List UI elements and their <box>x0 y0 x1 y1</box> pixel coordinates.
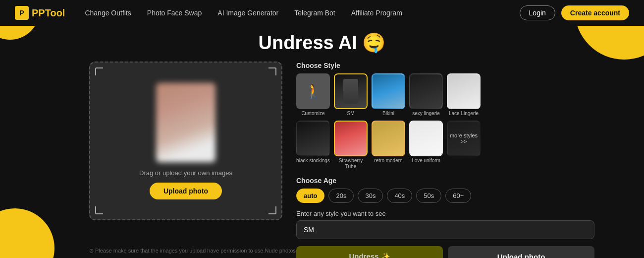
style-item-retro-modern[interactable]: retro modern <box>372 121 405 170</box>
style-strawberry-tube-label: Strawberry Tube <box>334 158 368 170</box>
age-section-label: Choose Age <box>296 177 594 185</box>
undress-button[interactable]: Undress ✨ <box>296 246 443 258</box>
nav-change-outfits[interactable]: Change Outfits <box>85 9 131 17</box>
nav-ai-image-generator[interactable]: AI Image Generator <box>217 9 278 17</box>
age-btn-20s[interactable]: 20s <box>328 189 354 203</box>
style-section-label: Choose Style <box>296 62 594 69</box>
style-customize-label: Customize <box>301 111 324 117</box>
style-lace-lingerie-label: Lace Lingerie <box>449 111 479 117</box>
style-love-uniform-label: Love uniform <box>412 158 440 164</box>
style-grid-row2: black stockings Strawberry Tube retro mo… <box>296 121 594 170</box>
logo-text: PPTool <box>32 7 65 19</box>
style-input-section: Enter any style you want to see <box>296 210 594 239</box>
style-item-sm[interactable]: SM <box>334 73 368 117</box>
corner-top-left <box>95 67 103 75</box>
nav-links: Change Outfits Photo Face Swap AI Image … <box>85 9 519 17</box>
style-item-customize[interactable]: 🚶 Customize <box>296 73 330 117</box>
age-btn-30s[interactable]: 30s <box>358 189 383 203</box>
age-btn-auto[interactable]: auto <box>296 189 324 203</box>
style-sm-label: SM <box>347 111 355 117</box>
nav-affiliate-program[interactable]: Affiliate Program <box>351 9 402 17</box>
create-account-button[interactable]: Create account <box>561 5 629 20</box>
logo[interactable]: P PPTool <box>15 6 65 20</box>
login-button[interactable]: Login <box>520 5 555 20</box>
style-item-more-styles[interactable]: more styles >> <box>447 121 481 170</box>
logo-icon: P <box>15 6 29 20</box>
nav-photo-face-swap[interactable]: Photo Face Swap <box>147 9 202 17</box>
corner-bottom-right <box>268 206 276 214</box>
main-content: Undress AI 🤤 Drag or upload your own ima… <box>0 26 644 258</box>
style-text-input[interactable] <box>296 220 594 239</box>
navbar: P PPTool Change Outfits Photo Face Swap … <box>0 0 644 26</box>
style-sexy-lingerie-label: sexy lingerie <box>412 111 440 117</box>
style-black-stockings-label: black stockings <box>296 158 330 164</box>
age-btn-40s[interactable]: 40s <box>387 189 412 203</box>
age-section: Choose Age auto 20s 30s 40s 50s 60+ <box>296 177 594 203</box>
corner-top-right <box>268 67 276 75</box>
age-btn-50s[interactable]: 50s <box>416 189 441 203</box>
style-input-label: Enter any style you want to see <box>296 210 594 217</box>
age-btn-60plus[interactable]: 60+ <box>445 189 471 203</box>
age-buttons: auto 20s 30s 40s 50s 60+ <box>296 189 594 203</box>
style-item-bikini[interactable]: Bikini <box>372 73 405 117</box>
corner-bottom-left <box>95 206 103 214</box>
style-retro-modern-label: retro modern <box>374 158 402 164</box>
style-section: Choose Style 🚶 Customize <box>296 62 594 170</box>
nav-telegram-bot[interactable]: Telegram Bot <box>294 9 335 17</box>
style-item-strawberry-tube[interactable]: Strawberry Tube <box>334 121 368 170</box>
customize-person-icon: 🚶 <box>305 83 322 100</box>
more-styles-text: more styles >> <box>448 132 480 144</box>
upload-box: Drag or upload your own images Upload ph… <box>89 62 282 220</box>
action-buttons: Undress ✨ Upload photo <box>296 246 594 258</box>
content-row: Drag or upload your own images Upload ph… <box>0 62 644 258</box>
page-title: Undress AI 🤤 <box>259 32 386 54</box>
style-grid-row1: 🚶 Customize SM <box>296 73 594 117</box>
style-item-lace-lingerie[interactable]: Lace Lingerie <box>447 73 481 117</box>
person-preview-image <box>156 83 215 162</box>
nav-actions: Login Create account <box>520 5 629 20</box>
style-bikini-label: Bikini <box>382 111 394 117</box>
style-item-black-stockings[interactable]: black stockings <box>296 121 330 170</box>
style-item-sexy-lingerie[interactable]: sexy lingerie <box>409 73 443 117</box>
right-panel: Choose Style 🚶 Customize <box>296 62 594 258</box>
upload-photo-right-button[interactable]: Upload photo <box>448 246 594 258</box>
style-item-love-uniform[interactable]: Love uniform <box>409 121 443 170</box>
